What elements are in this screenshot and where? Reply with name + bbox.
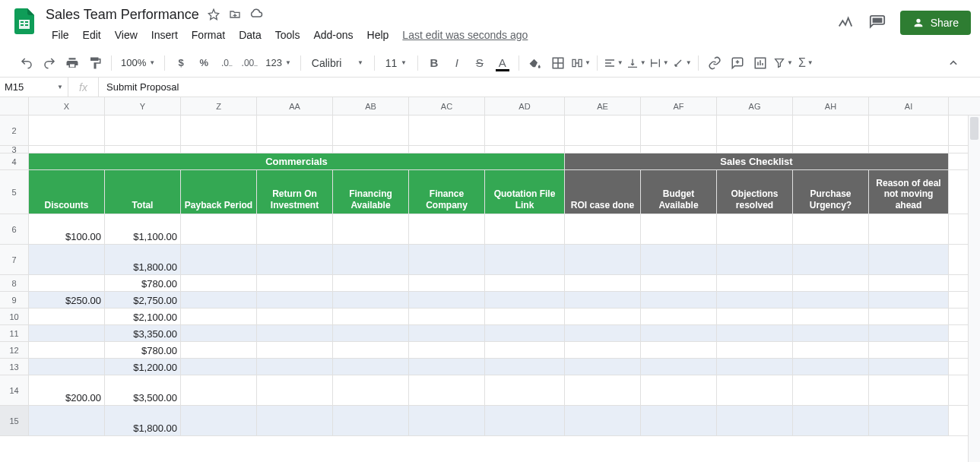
cell[interactable]	[181, 309, 257, 324]
cell[interactable]	[641, 375, 717, 405]
col-header-budget-available[interactable]: Budget Available	[641, 170, 717, 214]
cell[interactable]	[485, 342, 565, 358]
collapse-toolbar-icon[interactable]	[944, 53, 963, 73]
cell[interactable]	[641, 406, 717, 435]
cell[interactable]	[869, 292, 949, 308]
bold-icon[interactable]: B	[424, 53, 444, 73]
cell[interactable]	[565, 245, 641, 274]
row-header-2[interactable]: 2	[0, 115, 28, 146]
cell[interactable]	[409, 245, 485, 274]
row-header-14[interactable]: 14	[0, 375, 28, 406]
cell[interactable]	[29, 325, 105, 341]
cell[interactable]	[793, 214, 869, 244]
row-header-11[interactable]: 11	[0, 325, 28, 342]
col-header-financing-available[interactable]: Financing Available	[333, 170, 409, 214]
cell[interactable]	[565, 275, 641, 291]
cell[interactable]	[717, 359, 793, 375]
cell[interactable]	[565, 146, 641, 153]
cell[interactable]	[333, 214, 409, 244]
cell[interactable]	[105, 146, 181, 153]
cell[interactable]	[485, 146, 565, 153]
cell[interactable]	[565, 115, 641, 145]
cell[interactable]	[641, 359, 717, 375]
cell[interactable]	[641, 342, 717, 358]
cell[interactable]	[29, 406, 105, 435]
zoom-select[interactable]: 100%▼	[118, 57, 158, 68]
rotate-icon[interactable]: ▼	[672, 53, 692, 73]
cell[interactable]	[485, 375, 565, 405]
menu-addons[interactable]: Add-ons	[307, 26, 359, 44]
cell[interactable]: $3,500.00	[105, 375, 181, 405]
cell[interactable]	[485, 275, 565, 291]
cell[interactable]: $3,350.00	[105, 325, 181, 341]
row-header-8[interactable]: 8	[0, 275, 28, 292]
cell[interactable]	[409, 375, 485, 405]
col-header-discounts[interactable]: Discounts	[29, 170, 105, 214]
filter-icon[interactable]: ▼	[773, 53, 793, 73]
last-edit-link[interactable]: Last edit was seconds ago	[396, 26, 534, 44]
valign-icon[interactable]: ▼	[626, 53, 646, 73]
cell[interactable]	[717, 115, 793, 145]
col-header-AF[interactable]: AF	[641, 97, 717, 115]
cell[interactable]	[641, 292, 717, 308]
cell[interactable]	[793, 115, 869, 145]
cell[interactable]	[333, 275, 409, 291]
cell[interactable]	[181, 245, 257, 274]
doc-title[interactable]: Sales Team Performance	[46, 7, 199, 23]
col-header-objections-resolved[interactable]: Objections resolved	[717, 170, 793, 214]
cell[interactable]	[565, 359, 641, 375]
cell[interactable]	[409, 292, 485, 308]
cell[interactable]: $1,100.00	[105, 214, 181, 244]
col-header-AC[interactable]: AC	[409, 97, 485, 115]
cell[interactable]	[565, 342, 641, 358]
cell[interactable]	[409, 325, 485, 341]
cell[interactable]: $2,100.00	[105, 309, 181, 324]
cell[interactable]	[869, 146, 949, 153]
name-box[interactable]: M15▼	[0, 78, 68, 97]
cell[interactable]	[869, 275, 949, 291]
cell[interactable]	[793, 342, 869, 358]
cell[interactable]	[793, 146, 869, 153]
cell[interactable]: $1,200.00	[105, 359, 181, 375]
merge-cells-icon[interactable]: ▼	[571, 53, 591, 73]
cell[interactable]: $2,750.00	[105, 292, 181, 308]
cell[interactable]	[333, 309, 409, 324]
cell[interactable]	[257, 292, 333, 308]
cell[interactable]	[869, 214, 949, 244]
cell[interactable]	[333, 375, 409, 405]
cell[interactable]	[409, 275, 485, 291]
cell[interactable]	[869, 342, 949, 358]
cell[interactable]	[257, 375, 333, 405]
comments-icon[interactable]	[868, 14, 886, 32]
cell[interactable]	[181, 325, 257, 341]
cell[interactable]	[29, 359, 105, 375]
row-header-4[interactable]: 4	[0, 153, 28, 170]
cell[interactable]: $1,800.00	[105, 245, 181, 274]
sheets-logo[interactable]	[9, 6, 40, 36]
menu-view[interactable]: View	[109, 26, 144, 44]
cloud-status-icon[interactable]	[249, 8, 263, 21]
col-header-AH[interactable]: AH	[793, 97, 869, 115]
row-header-15[interactable]: 15	[0, 406, 28, 436]
cell[interactable]: $780.00	[105, 342, 181, 358]
cell[interactable]	[793, 406, 869, 435]
cell[interactable]: $100.00	[29, 214, 105, 244]
cell[interactable]	[333, 325, 409, 341]
cell[interactable]	[409, 406, 485, 435]
row-header-10[interactable]: 10	[0, 309, 28, 325]
cell[interactable]	[641, 275, 717, 291]
col-header-total[interactable]: Total	[105, 170, 181, 214]
cell[interactable]	[869, 406, 949, 435]
cell[interactable]	[485, 245, 565, 274]
row-header-9[interactable]: 9	[0, 292, 28, 309]
share-button[interactable]: Share	[900, 11, 971, 35]
cell[interactable]	[29, 342, 105, 358]
cell[interactable]	[257, 359, 333, 375]
cell[interactable]	[717, 275, 793, 291]
cell[interactable]: $200.00	[29, 375, 105, 405]
cell[interactable]	[793, 292, 869, 308]
cell[interactable]	[105, 115, 181, 145]
cell[interactable]	[333, 359, 409, 375]
cell[interactable]	[409, 342, 485, 358]
cell[interactable]	[333, 115, 409, 145]
